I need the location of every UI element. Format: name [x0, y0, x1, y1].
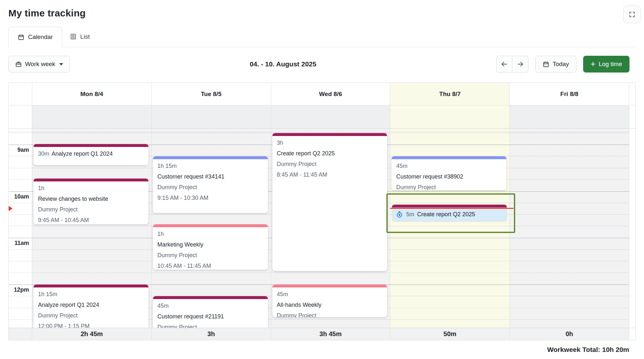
event-color-bar: [33, 144, 148, 147]
previous-week-button[interactable]: [496, 56, 512, 73]
day-total-wed: 3h 45m: [271, 328, 390, 340]
event-inline-row: 30mAnalyze report Q1 2024: [38, 149, 144, 159]
event-body: 1hMarketing WeeklyDummy Project10:45 AM …: [153, 227, 268, 270]
event-card[interactable]: 30mAnalyze report Q1 2024: [33, 144, 148, 165]
event-time-range: 8:45 AM - 11:45 AM: [277, 170, 383, 180]
all-day-gutter: [9, 105, 32, 128]
today-button-label: Today: [553, 61, 569, 68]
page-title: My time tracking: [8, 0, 636, 19]
event-duration: 1h: [38, 183, 144, 194]
all-day-cell-thu[interactable]: [390, 105, 509, 128]
event-body: 1h 15mAnalyze report Q1 2024Dummy Projec…: [33, 287, 148, 328]
time-label-11am: 11am: [14, 240, 29, 247]
event-duration: 45m: [277, 289, 383, 300]
day-header-tue: Tue 8/5: [151, 83, 271, 105]
event-card[interactable]: 45mCustomer request #21191Dummy Project: [153, 296, 268, 328]
day-column-mon[interactable]: 30mAnalyze report Q1 20241hReview change…: [32, 129, 151, 328]
event-title: Customer request #21191: [157, 311, 263, 322]
all-day-cell-mon[interactable]: [32, 105, 151, 128]
tab-list-label: List: [80, 33, 90, 40]
event-color-bar: [272, 285, 387, 287]
time-grid: 9am 10am 11am 12pm 30mAnalyze report Q1 …: [9, 129, 635, 328]
event-color-bar: [392, 156, 507, 159]
event-title: Customer request #34141: [157, 171, 263, 182]
log-time-button[interactable]: + Log time: [583, 56, 630, 73]
day-header-mon: Mon 8/4: [32, 83, 151, 105]
event-body: 30mAnalyze report Q1 2024: [33, 147, 148, 159]
stopwatch-icon: [396, 211, 403, 218]
calendar-icon: [18, 34, 24, 41]
event-card[interactable]: 45mAll-hands WeeklyDummy Project: [272, 285, 387, 317]
day-header-thu: Thu 8/7: [390, 83, 509, 105]
scrollbar-gutter: [629, 328, 635, 340]
event-color-bar: [153, 156, 268, 159]
briefcase-icon: [15, 61, 22, 68]
event-card[interactable]: 3hCreate report Q2 2025Dummy Project8:45…: [272, 133, 387, 271]
event-project: Dummy Project: [157, 182, 263, 193]
all-day-cell-tue[interactable]: [151, 105, 271, 128]
event-card[interactable]: 1hReview changes to websiteDummy Project…: [33, 179, 148, 224]
running-timer-event[interactable]: 5m Create report Q2 2025: [392, 205, 507, 221]
day-total-fri: 0h: [509, 328, 629, 340]
tab-calendar-label: Calendar: [28, 34, 53, 41]
event-title: Analyze report Q1 2024: [52, 150, 113, 157]
time-label-12pm: 12pm: [14, 286, 29, 293]
event-project: Dummy Project: [396, 182, 502, 190]
view-tabs: Calendar List: [8, 27, 636, 47]
fullscreen-button[interactable]: [623, 5, 641, 23]
all-day-cell-wed[interactable]: [271, 105, 390, 128]
event-card[interactable]: 45mCustomer request #38902Dummy Project: [392, 156, 507, 190]
workweek-total: Workweek Total: 10h 20m: [8, 346, 629, 354]
event-time-range: 9:45 AM - 10:45 AM: [38, 215, 144, 224]
event-duration: 3h: [277, 138, 383, 148]
event-title: Analyze report Q1 2024: [38, 300, 144, 310]
event-body: 45mCustomer request #38902Dummy Project: [392, 159, 507, 190]
arrow-left-icon: [501, 61, 508, 68]
event-color-bar: [33, 179, 148, 181]
event-time-range: 10:45 AM - 11:45 AM: [157, 261, 263, 270]
time-label-10am: 10am: [14, 193, 29, 200]
event-card[interactable]: 1h 15mAnalyze report Q1 2024Dummy Projec…: [33, 285, 148, 328]
timer-duration: 5m: [406, 211, 414, 218]
event-project: Dummy Project: [277, 159, 383, 170]
all-day-cell-fri[interactable]: [509, 105, 629, 128]
event-time-range: 12:00 PM - 1:15 PM: [38, 321, 144, 328]
event-card[interactable]: 1hMarketing WeeklyDummy Project10:45 AM …: [153, 224, 268, 270]
day-column-wed[interactable]: 3hCreate report Q2 2025Dummy Project8:45…: [271, 129, 390, 328]
event-card[interactable]: 1h 15mCustomer request #34141Dummy Proje…: [153, 156, 268, 213]
current-time-line: [390, 208, 514, 209]
event-duration: 45m: [396, 161, 502, 171]
event-title: All-hands Weekly: [277, 300, 383, 310]
event-color-bar: [272, 133, 387, 136]
date-range-title: 04. - 10. August 2025: [70, 60, 497, 68]
tab-list[interactable]: List: [62, 26, 98, 47]
view-mode-dropdown[interactable]: Work week: [8, 56, 70, 73]
event-body: 45mCustomer request #21191Dummy Project: [153, 299, 268, 328]
event-duration: 1h 15m: [38, 289, 144, 300]
event-project: Dummy Project: [157, 250, 263, 261]
time-label-9am: 9am: [17, 147, 29, 153]
tab-calendar[interactable]: Calendar: [8, 27, 62, 47]
time-gutter: 9am 10am 11am 12pm: [9, 129, 32, 328]
event-project: Dummy Project: [277, 310, 383, 317]
time-tracking-page: My time tracking Calendar List: [8, 0, 636, 354]
day-column-thu[interactable]: 5m Create report Q2 2025 45mCustomer req…: [390, 129, 509, 328]
day-totals-row: 2h 45m 3h 3h 45m 50m 0h: [9, 328, 635, 340]
toolbar-right-group: Today + Log time: [496, 56, 630, 73]
event-duration: 45m: [157, 301, 263, 311]
event-project: Dummy Project: [38, 204, 144, 215]
day-column-tue[interactable]: 1h 15mCustomer request #34141Dummy Proje…: [151, 129, 271, 328]
event-color-bar: [153, 224, 268, 227]
day-column-fri[interactable]: [509, 129, 629, 328]
event-title: Review changes to website: [38, 194, 144, 204]
event-time-range: 9:15 AM - 10:30 AM: [157, 193, 263, 203]
today-button[interactable]: Today: [535, 56, 576, 73]
next-week-button[interactable]: [512, 56, 528, 73]
event-color-bar: [33, 285, 148, 287]
event-body: 1h 15mCustomer request #34141Dummy Proje…: [153, 159, 268, 203]
current-time-arrow: [9, 206, 13, 211]
scrollbar-gutter: [629, 105, 635, 128]
day-total-mon: 2h 45m: [32, 328, 151, 340]
timer-event-body: 5m Create report Q2 2025: [392, 208, 507, 221]
event-color-bar: [392, 205, 507, 208]
